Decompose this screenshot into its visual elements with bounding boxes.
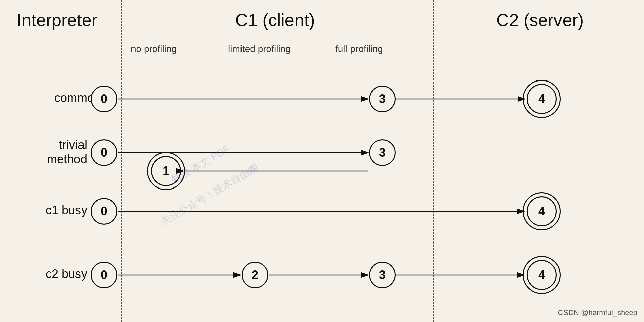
node-c1busy-4: 4 <box>527 196 557 226</box>
node-trivial-3: 3 <box>369 139 396 166</box>
header-c2: C2 (server) <box>436 10 644 30</box>
row-label-common: common <box>7 91 101 105</box>
diagram: Interpreter C1 (client) C2 (server) no p… <box>0 0 644 322</box>
row-label-c1busy: c1 busy <box>7 203 87 217</box>
node-common-4: 4 <box>527 84 557 114</box>
header-c1: C1 (client) <box>114 10 436 30</box>
node-common-3: 3 <box>369 86 396 112</box>
dashed-line-right <box>433 0 434 322</box>
node-c2busy-4: 4 <box>527 260 557 290</box>
node-c2busy-0: 0 <box>91 262 117 288</box>
sublabel-limited-profiling: limited profiling <box>228 44 291 54</box>
header-interpreter: Interpreter <box>0 10 114 30</box>
sublabel-no-profiling: no profiling <box>131 44 177 54</box>
node-c1busy-0: 0 <box>91 198 117 225</box>
row-label-c2busy: c2 busy <box>7 267 87 281</box>
node-c2busy-2: 2 <box>241 262 268 288</box>
node-c2busy-3: 3 <box>369 262 396 288</box>
node-trivial-0: 0 <box>91 139 117 166</box>
attribution: CSDN @harmful_sheep <box>558 308 637 317</box>
sublabel-full-profiling: full profiling <box>335 44 383 54</box>
node-trivial-1: 1 <box>151 156 181 186</box>
node-common-0: 0 <box>91 86 117 112</box>
dashed-line-left <box>121 0 122 322</box>
row-label-trivial: trivial method <box>7 138 87 166</box>
